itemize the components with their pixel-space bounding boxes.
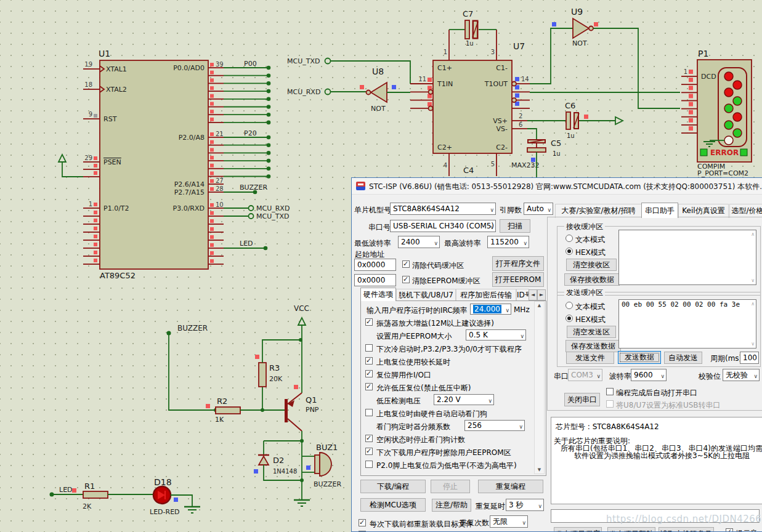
p1-compim-connector[interactable]: P1 1 DCD <box>681 49 752 177</box>
svg-text:P2.6/A14: P2.6/A14 <box>174 180 205 188</box>
tab-offline-download[interactable]: 脱机下载/U8/U7 <box>396 289 456 301</box>
repeat-program-button[interactable]: 重复编程 <box>478 480 543 493</box>
repeat-count-combo[interactable]: 无限∨ <box>490 515 528 528</box>
parity-combo[interactable]: 无校验∨ <box>723 369 760 381</box>
window-titlebar[interactable]: STC-ISP (V6.86U) (销售电话: 0513-55012928) 官… <box>352 178 762 195</box>
beep-checkbox[interactable] <box>726 528 733 532</box>
mcu-rxd-terminal[interactable]: MCU_RXD <box>287 88 367 96</box>
repeat-delay-combo[interactable]: 3 秒∨ <box>506 499 544 511</box>
tab-serial-assistant[interactable]: 串口助手 <box>641 203 678 218</box>
receive-buffer-textarea[interactable]: ∧ ∨ <box>618 230 756 285</box>
wdt-prescaler-combo[interactable]: 256∨ <box>464 420 525 431</box>
send-data-button[interactable]: 发送数据 <box>618 351 661 364</box>
scroll-down-icon[interactable]: ∨ <box>751 341 755 347</box>
clear-send-button[interactable]: 清空发送区 <box>567 326 616 338</box>
r1-resistor[interactable]: R1 2K <box>83 482 108 510</box>
download-button[interactable]: 下载/编程 <box>360 480 426 493</box>
svg-text:21: 21 <box>216 131 224 137</box>
q1-transistor[interactable]: Q1 PNP <box>285 385 319 441</box>
clear-code-checkbox[interactable] <box>402 260 410 268</box>
stc-isp-window[interactable]: STC-ISP (V6.86U) (销售电话: 0513-55012928) 官… <box>351 177 762 532</box>
baud-combo[interactable]: 9600∨ <box>631 369 667 381</box>
pin-count-combo[interactable]: Auto∨ <box>524 203 553 215</box>
r3-resistor[interactable]: R3 20K <box>255 338 302 410</box>
tab-selection-price[interactable]: 选型/价格 <box>729 204 762 218</box>
scroll-down-icon[interactable]: ∨ <box>751 278 755 283</box>
publish-help-button[interactable]: 发布项目帮助 <box>607 527 655 532</box>
send-text-mode-radio[interactable] <box>565 302 573 309</box>
lvd-voltage-combo[interactable]: 2.20 V∨ <box>434 394 494 405</box>
scroll-up-icon[interactable]: ∧ <box>751 232 755 237</box>
min-baud-combo[interactable]: 2400∨ <box>398 236 440 248</box>
open-program-file-button[interactable]: 打开程序文件 <box>492 256 544 271</box>
scroll-down-icon[interactable]: ▼ <box>535 467 544 472</box>
u8-not-gate[interactable]: U8 NOT <box>360 66 410 113</box>
save-send-button[interactable]: 保存发送数据 <box>565 340 621 352</box>
send-file-button[interactable]: 发送文件 <box>566 352 614 364</box>
opt1-checkbox[interactable] <box>365 318 373 326</box>
scan-button[interactable]: 扫描 <box>500 219 530 233</box>
u9-not-gate[interactable]: U9 NOT <box>530 7 680 108</box>
tab-scroll-right-button[interactable]: ► <box>537 289 546 300</box>
opt10-checkbox[interactable] <box>365 435 373 442</box>
save-receive-button[interactable]: 保存接收数据 <box>564 273 620 286</box>
send-buffer-textarea[interactable]: 00 eb 00 55 02 00 02 00 fa 3e ∧ ∨ <box>618 299 756 349</box>
tab-contest[interactable]: 大赛/实验室/教材/招聘 <box>555 204 642 218</box>
com-combo[interactable]: COM3∨ <box>568 369 602 381</box>
tab-id-number[interactable]: ID号 <box>516 289 529 301</box>
auto-send-button[interactable]: 自动发送 <box>664 352 702 364</box>
publish-app-button[interactable]: 发布项目程序 <box>554 527 602 532</box>
tab-encrypted-transfer[interactable]: 程序加密后传输 <box>456 289 516 301</box>
port-combo[interactable]: USB-SERIAL CH340 (COM5)∨ <box>390 220 496 232</box>
eeprom-addr-input[interactable]: 0x0000 <box>354 274 396 286</box>
help-button[interactable]: 注意/帮助 <box>432 499 471 512</box>
stop-button[interactable]: 停止 <box>431 480 470 493</box>
options-scrollbar[interactable]: ▲▼ <box>534 301 545 474</box>
irc-freq-combo[interactable]: 24.000∨ <box>470 304 511 315</box>
tab-keil-settings[interactable]: Keil仿真设置 <box>678 204 729 218</box>
mcu-model-combo[interactable]: STC8A8K64S4A12∨ <box>390 203 496 215</box>
opt8-checkbox[interactable] <box>365 409 373 416</box>
tab-hardware-options[interactable]: 硬件选项 <box>360 288 396 301</box>
period-input[interactable]: 100 <box>740 352 759 364</box>
close-port-button[interactable]: 关闭串口 <box>564 393 600 406</box>
eeprom-size-combo[interactable]: 0.5 K∨ <box>466 329 526 341</box>
recv-text-mode-radio[interactable] <box>565 235 573 242</box>
buzzer-driver-circuit[interactable]: BUZZER VCC R3 20K R2 1K <box>167 304 342 506</box>
d18-led[interactable]: D18 LED-RED <box>150 477 180 516</box>
open-eeprom-file-button[interactable]: 打开EEPROM文件 <box>492 272 544 287</box>
mcu-txd-terminal[interactable]: MCU_TXD <box>287 57 410 84</box>
u1-mcu-at89c52[interactable]: U1 AT89C52 19 XTAL1 18 XTAL2 9 RST 29 <box>0 49 290 280</box>
send-hex-mode-radio[interactable] <box>565 315 573 322</box>
opt5-checkbox[interactable] <box>365 370 373 377</box>
r2-resistor[interactable]: R2 1K <box>206 397 285 424</box>
clear-receive-button[interactable]: 清空接收区 <box>566 259 617 271</box>
code-addr-input[interactable]: 0x0000 <box>354 259 396 271</box>
led-indicator-circuit[interactable]: LED R1 2K D18 LED-RED <box>50 477 201 516</box>
usb-serial-checkbox[interactable] <box>606 400 614 408</box>
scroll-up-icon[interactable]: ∧ <box>751 301 755 307</box>
opt4-checkbox[interactable] <box>365 357 373 365</box>
auto-open-checkbox[interactable] <box>606 388 614 395</box>
window-title: STC-ISP (V6.86U) (销售电话: 0513-55012928) 官… <box>369 182 762 192</box>
tab-scroll-left-button[interactable]: ◄ <box>529 289 537 300</box>
read-disk-button[interactable]: 读取本机硬盘号 <box>659 527 714 532</box>
c7-capacitor[interactable]: C7 1u <box>449 9 497 47</box>
svg-text:P3.0/RXD: P3.0/RXD <box>173 204 205 212</box>
c6-capacitor[interactable]: C6 1u <box>527 101 623 139</box>
clear-eeprom-checkbox[interactable] <box>402 276 410 283</box>
u7-max232[interactable]: U7 MAX232 C1+ C1- C2+ C2- VS+ VS- 1 3 4 … <box>410 30 540 176</box>
opt3-checkbox[interactable] <box>365 344 373 352</box>
c4-label[interactable]: C4 <box>463 166 474 175</box>
buz1-buzzer[interactable]: BUZ1 BUZZER <box>302 443 341 488</box>
scroll-up-icon[interactable]: ▲ <box>535 303 544 308</box>
reload-checkbox[interactable] <box>359 519 366 526</box>
opt6-checkbox[interactable] <box>365 383 373 390</box>
max-baud-combo[interactable]: 115200∨ <box>487 236 529 248</box>
opt12-checkbox[interactable] <box>365 461 373 468</box>
opt11-checkbox[interactable] <box>365 448 373 455</box>
d2-diode[interactable]: D2 1N4148 <box>254 441 302 480</box>
check-mcu-button[interactable]: 检测MCU选项 <box>360 498 426 512</box>
recv-hex-mode-radio[interactable] <box>565 248 573 255</box>
c5-capacitor[interactable]: C5 1u <box>527 129 561 177</box>
